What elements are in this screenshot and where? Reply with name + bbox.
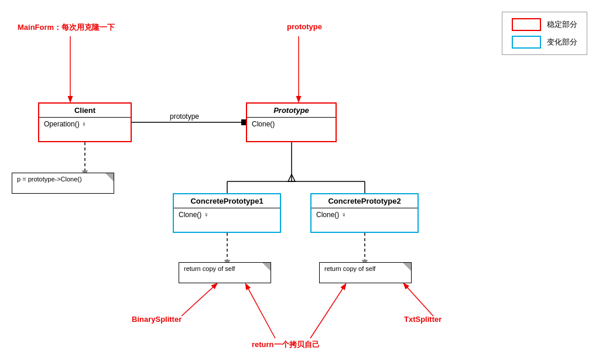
- svg-marker-6: [288, 174, 295, 181]
- prototype-annotation: prototype: [287, 22, 322, 31]
- return-copy-label: return一个拷贝自己: [252, 339, 320, 350]
- client-box-body: Operation() ♀: [39, 118, 131, 131]
- client-box-title: Client: [39, 104, 131, 118]
- prototype-box-title: Prototype: [247, 104, 336, 118]
- concrete1-box-title: ConcretePrototype1: [174, 194, 280, 208]
- concrete2-box-body: Clone() ♀: [312, 208, 417, 221]
- txt-splitter-label: TxtSplitter: [404, 315, 441, 324]
- legend-variable: 变化部分: [512, 36, 577, 49]
- mainform-annotation: MainForm：每次用克隆一下: [18, 22, 115, 33]
- note-copy-self-1: return copy of self: [179, 262, 271, 283]
- svg-line-15: [182, 284, 217, 316]
- legend-variable-box: [512, 36, 541, 49]
- note-copy2-text: return copy of self: [324, 265, 375, 272]
- svg-line-17: [246, 284, 275, 338]
- prototype-line-label: prototype: [170, 112, 199, 121]
- legend-stable-label: 稳定部分: [547, 19, 577, 30]
- note-corner-1: [105, 173, 114, 181]
- svg-line-16: [404, 284, 433, 316]
- legend-variable-label: 变化部分: [547, 37, 577, 47]
- legend-stable-box: [512, 18, 541, 31]
- note-corner-3: [403, 263, 411, 271]
- note-copy1-text: return copy of self: [184, 265, 235, 272]
- note-corner-2: [262, 263, 271, 271]
- concrete1-box: ConcretePrototype1 Clone() ♀: [173, 193, 281, 233]
- concrete1-box-body: Clone() ♀: [174, 208, 280, 221]
- note-clone-text: p = prototype->Clone(): [17, 176, 82, 183]
- concrete2-box-title: ConcretePrototype2: [312, 194, 417, 208]
- svg-line-18: [310, 284, 345, 338]
- diagram-container: 稳定部分 变化部分 MainForm：每次用克隆一下 prototype pro…: [0, 0, 599, 364]
- legend: 稳定部分 变化部分: [502, 12, 587, 55]
- binary-splitter-label: BinarySplitter: [132, 315, 182, 324]
- note-clone: p = prototype->Clone(): [12, 173, 114, 194]
- client-box: Client Operation() ♀: [38, 102, 132, 142]
- legend-stable: 稳定部分: [512, 18, 577, 31]
- note-copy-self-2: return copy of self: [319, 262, 412, 283]
- concrete2-box: ConcretePrototype2 Clone() ♀: [310, 193, 419, 233]
- prototype-box-body: Clone(): [247, 118, 336, 131]
- prototype-box: Prototype Clone(): [246, 102, 337, 142]
